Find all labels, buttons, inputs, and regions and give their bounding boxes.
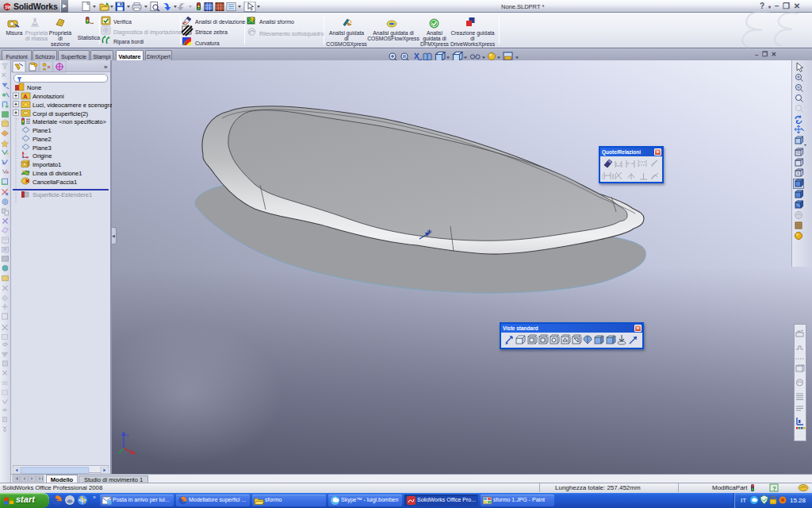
svg-text:A: A: [23, 93, 28, 100]
svg-text:Y: Y: [126, 433, 129, 438]
svg-text:?: ?: [772, 485, 776, 492]
svg-text:»: »: [93, 495, 96, 500]
svg-text:»: »: [104, 64, 108, 71]
svg-text:SW: SW: [5, 5, 11, 10]
